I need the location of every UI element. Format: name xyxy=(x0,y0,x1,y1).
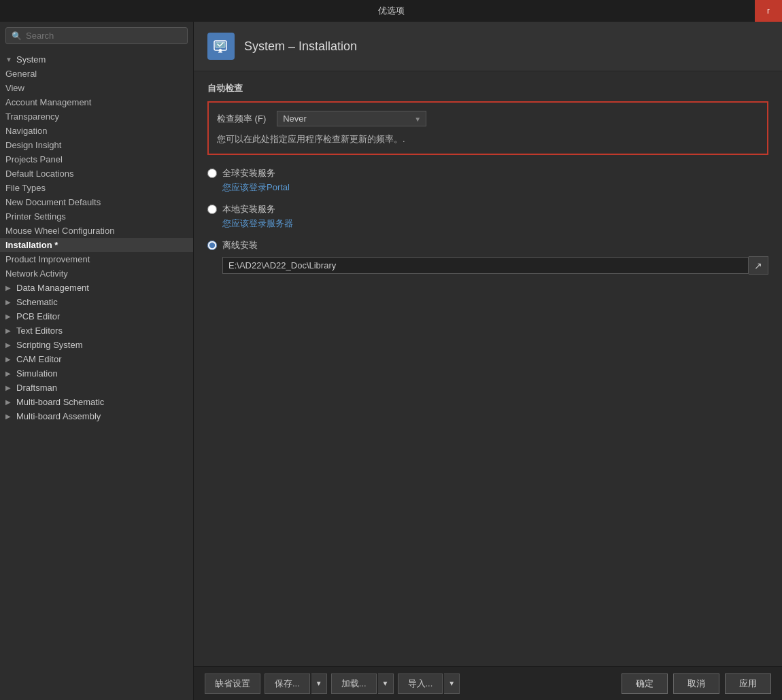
sidebar-item-projects-panel[interactable]: Projects Panel xyxy=(0,152,193,167)
browse-icon: ↗ xyxy=(754,260,762,271)
expand-arrow-system: ▼ xyxy=(5,56,16,63)
radio-row-offline: 离线安装 xyxy=(207,239,768,251)
expand-arrow-simulation: ▶ xyxy=(5,370,16,377)
server-link[interactable]: 您应该登录服务器 xyxy=(222,217,768,230)
sidebar-label-view: View xyxy=(5,83,24,93)
radio-label-global[interactable]: 全球安装服务 xyxy=(222,167,275,179)
sidebar-item-data-management[interactable]: ▶ Data Management xyxy=(0,281,193,295)
expand-arrow-schematic: ▶ xyxy=(5,298,16,306)
sidebar-item-view[interactable]: View xyxy=(0,81,193,95)
sidebar-item-text-editors[interactable]: ▶ Text Editors xyxy=(0,323,193,338)
sidebar-item-account-management[interactable]: Account Management xyxy=(0,95,193,109)
search-input[interactable] xyxy=(26,31,182,41)
app-title: 优选项 xyxy=(378,5,405,17)
search-icon: 🔍 xyxy=(12,31,22,41)
sidebar-tree: ▼ System General View Account Management… xyxy=(0,50,193,700)
sidebar-item-navigation[interactable]: Navigation xyxy=(0,124,193,138)
radio-local[interactable] xyxy=(207,205,217,214)
sidebar-label-pcb-editor: PCB Editor xyxy=(16,311,60,321)
sidebar-label-mouse-wheel-configuration: Mouse Wheel Configuration xyxy=(5,226,114,236)
import-arrow-button[interactable]: ▼ xyxy=(444,673,460,694)
load-button[interactable]: 加载... xyxy=(331,673,377,694)
sidebar-label-navigation: Navigation xyxy=(5,126,47,136)
sidebar-item-network-activity[interactable]: Network Activity xyxy=(0,266,193,281)
svg-rect-3 xyxy=(218,52,222,53)
radio-offline[interactable] xyxy=(207,241,217,250)
sidebar-label-text-editors: Text Editors xyxy=(16,326,63,336)
radio-label-local[interactable]: 本地安装服务 xyxy=(222,203,275,215)
expand-arrow-draftsman: ▶ xyxy=(5,384,16,391)
offline-path-input[interactable] xyxy=(222,257,749,274)
offline-browse-button[interactable]: ↗ xyxy=(749,256,768,275)
sidebar-item-default-locations[interactable]: Default Locations xyxy=(0,167,193,181)
radio-item-offline: 离线安装 ↗ xyxy=(207,239,768,275)
offline-path-row: ↗ xyxy=(222,256,768,275)
sidebar-label-transparency: Transparency xyxy=(5,111,59,122)
sidebar-item-installation[interactable]: Installation * xyxy=(0,238,193,252)
sidebar-label-new-document-defaults: New Document Defaults xyxy=(5,197,101,207)
sidebar-label-general: General xyxy=(5,69,37,79)
sidebar-item-multi-board-schematic[interactable]: ▶ Multi-board Schematic xyxy=(0,395,193,409)
expand-arrow-data-management: ▶ xyxy=(5,284,16,292)
sidebar-item-design-insight[interactable]: Design Insight xyxy=(0,138,193,152)
sidebar-label-multi-board-schematic: Multi-board Schematic xyxy=(16,397,104,407)
apply-button[interactable]: 应用 xyxy=(725,673,771,694)
freq-select[interactable]: Never Daily Weekly Monthly xyxy=(277,111,426,126)
sidebar-label-design-insight: Design Insight xyxy=(5,140,61,150)
header-icon xyxy=(207,33,235,60)
sidebar-label-projects-panel: Projects Panel xyxy=(5,154,63,164)
expand-arrow-scripting-system: ▶ xyxy=(5,341,16,349)
freq-desc: 您可以在此处指定应用程序检查新更新的频率。. xyxy=(217,133,759,145)
freq-label: 检查频率 (F) xyxy=(217,113,266,125)
page-title: System – Installation xyxy=(244,39,357,54)
portal-link[interactable]: 您应该登录Portal xyxy=(222,181,768,194)
expand-arrow-multi-board-schematic: ▶ xyxy=(5,398,16,406)
radio-global[interactable] xyxy=(207,169,217,178)
sidebar-item-system[interactable]: ▼ System xyxy=(0,52,193,67)
sidebar-item-transparency[interactable]: Transparency xyxy=(0,109,193,124)
bottom-bar: 缺省设置 保存... ▼ 加载... ▼ 导入... ▼ 确定 取消 应用 xyxy=(194,666,782,700)
sidebar-label-product-improvement: Product Improvement xyxy=(5,254,90,264)
ok-button[interactable]: 确定 xyxy=(622,673,668,694)
sidebar-label-network-activity: Network Activity xyxy=(5,268,68,279)
sidebar-item-printer-settings[interactable]: Printer Settings xyxy=(0,209,193,224)
sidebar-item-scripting-system[interactable]: ▶ Scripting System xyxy=(0,338,193,352)
sidebar-item-general[interactable]: General xyxy=(0,67,193,81)
radio-row-global: 全球安装服务 xyxy=(207,167,768,179)
radio-item-global: 全球安装服务 您应该登录Portal xyxy=(207,167,768,194)
sidebar-item-schematic[interactable]: ▶ Schematic xyxy=(0,295,193,309)
radio-row-local: 本地安装服务 xyxy=(207,203,768,215)
sidebar-item-product-improvement[interactable]: Product Improvement xyxy=(0,252,193,266)
search-box[interactable]: 🔍 xyxy=(5,27,188,44)
close-button[interactable]: r xyxy=(755,0,782,22)
sidebar-label-scripting-system: Scripting System xyxy=(16,340,83,350)
sidebar-item-cam-editor[interactable]: ▶ CAM Editor xyxy=(0,352,193,366)
sidebar-label-multi-board-assembly: Multi-board Assembly xyxy=(16,411,101,421)
save-button[interactable]: 保存... xyxy=(265,673,310,694)
freq-select-wrapper: Never Daily Weekly Monthly xyxy=(277,111,426,126)
freq-row: 检查频率 (F) Never Daily Weekly Monthly xyxy=(217,111,759,126)
sidebar-item-simulation[interactable]: ▶ Simulation xyxy=(0,366,193,381)
import-button[interactable]: 导入... xyxy=(398,673,443,694)
sidebar-item-pcb-editor[interactable]: ▶ PCB Editor xyxy=(0,309,193,323)
cancel-button[interactable]: 取消 xyxy=(673,673,719,694)
default-settings-button[interactable]: 缺省设置 xyxy=(205,673,260,694)
radio-label-offline[interactable]: 离线安装 xyxy=(222,239,258,251)
load-arrow-button[interactable]: ▼ xyxy=(378,673,394,694)
expand-arrow-pcb-editor: ▶ xyxy=(5,313,16,320)
sidebar-item-draftsman[interactable]: ▶ Draftsman xyxy=(0,381,193,395)
sidebar: 🔍 ▼ System General View Account Manageme… xyxy=(0,22,194,700)
sidebar-label-simulation: Simulation xyxy=(16,368,58,379)
install-radio-group: 全球安装服务 您应该登录Portal 本地安装服务 您应该登录服务器 xyxy=(207,167,768,275)
sidebar-item-file-types[interactable]: File Types xyxy=(0,181,193,195)
sidebar-item-multi-board-assembly[interactable]: ▶ Multi-board Assembly xyxy=(0,409,193,423)
save-arrow-button[interactable]: ▼ xyxy=(311,673,327,694)
sidebar-item-new-document-defaults[interactable]: New Document Defaults xyxy=(0,195,193,209)
content-body: 自动检查 检查频率 (F) Never Daily Weekly Monthly… xyxy=(194,71,782,666)
sidebar-label-system: System xyxy=(16,54,46,65)
title-bar: 优选项 r xyxy=(0,0,782,22)
main-layout: 🔍 ▼ System General View Account Manageme… xyxy=(0,22,782,700)
sidebar-item-mouse-wheel-configuration[interactable]: Mouse Wheel Configuration xyxy=(0,224,193,238)
sidebar-label-installation: Installation * xyxy=(5,240,58,250)
expand-arrow-text-editors: ▶ xyxy=(5,327,16,334)
